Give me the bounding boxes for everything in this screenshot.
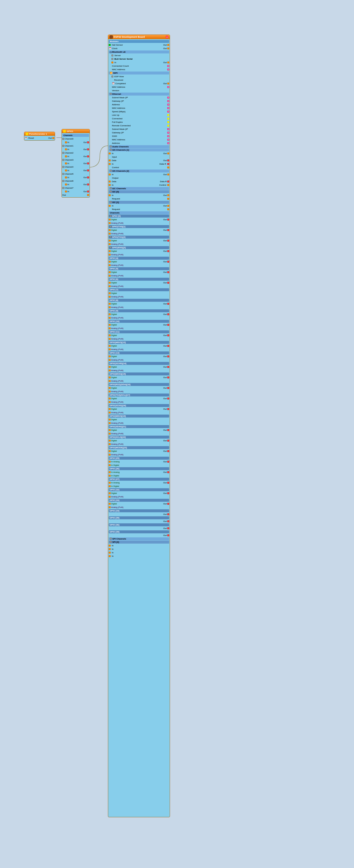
gpio8-digital-in[interactable] [109,303,110,305]
gpio7-digital-in[interactable] [109,292,110,294]
gpio17-out-port[interactable] [167,398,169,399]
spi0-in2[interactable] [109,548,110,550]
ble-out-port[interactable] [167,62,169,63]
eth-connected-port[interactable] [167,118,169,120]
hall-out-port[interactable] [167,44,169,46]
i2s1-out-port[interactable] [167,153,169,154]
eth-linkup-port[interactable] [167,114,169,116]
gpio14-analog-in[interactable] [109,370,110,371]
gpio12-digital-in[interactable] [109,345,110,347]
gpio1-ch6-in[interactable] [65,184,67,185]
gpio0-digital-in[interactable] [109,219,110,220]
gpio1-ch1-out-port[interactable] [87,149,89,150]
gpio1-out-port[interactable] [167,229,169,231]
gpio32-analog-in[interactable] [109,496,110,498]
gpio6-out-port[interactable] [167,282,169,284]
eth-speed-port[interactable] [167,111,169,113]
i2s2-in2-port[interactable] [109,184,110,186]
eth-address-port[interactable] [167,104,169,105]
gpio39-out-port[interactable] [167,534,169,536]
gpio17-digital-in[interactable] [109,398,110,399]
clock-out-port[interactable] [167,48,169,50]
gpio13-out-port[interactable] [167,355,169,358]
gpio21-digital-in[interactable] [109,429,110,431]
pulse-out-port[interactable] [52,137,54,139]
i2s1-datarx-port[interactable] [167,163,169,165]
i2s1-ctrl-port[interactable] [167,166,169,168]
gpio11-analog-in[interactable] [109,338,110,340]
spi0-in1[interactable] [109,545,110,547]
gpio15-out-port[interactable] [167,376,169,378]
i2s1-out-btn[interactable] [109,163,110,165]
gpio1-ch3-out-port[interactable] [87,162,89,164]
gpio9-analog-in[interactable] [109,317,110,319]
gpio13-analog-in[interactable] [109,359,110,361]
gpio22-digital-in[interactable] [109,440,110,441]
gpio1-ch7-out-port[interactable] [87,191,89,192]
gpio25-in-port[interactable] [109,461,110,463]
gpio23-digital-in[interactable] [109,450,110,452]
gpio2-digital-in[interactable] [109,240,110,242]
gpio8-analog-in[interactable] [109,306,110,308]
gpio1-ch6-out-port[interactable] [87,184,89,185]
gpio33-digital-in[interactable] [109,503,110,505]
i2c0-in-port[interactable] [109,194,110,196]
gpio22-analog-in[interactable] [109,443,110,445]
gpio5-analog-in[interactable] [109,275,110,277]
connected-count-port[interactable] [167,65,169,67]
gpio22-out-port[interactable] [167,440,169,441]
eth-mac3-port[interactable] [167,139,169,141]
gpio1-ch0-in[interactable] [65,142,67,143]
gpio23-analog-in[interactable] [109,454,110,456]
gpio10-digital-in[interactable] [109,324,110,326]
gpio1-ch2-out-port[interactable] [87,155,89,157]
gpio1-digital-in[interactable] [109,229,110,231]
gpio35-out-port[interactable] [167,520,169,522]
i2c1-request-port[interactable] [167,208,169,210]
gpio33-analog-in[interactable] [109,506,110,508]
gpio27-dig-port[interactable] [109,485,110,487]
i2s1-data-in[interactable] [109,159,110,161]
gpio4-analog-in[interactable] [109,264,110,266]
gpio16-out-port[interactable] [167,387,169,389]
i2s1-data-out-port[interactable] [167,159,169,161]
eth-ssid-port[interactable] [167,135,169,137]
gpio16-analog-in[interactable] [109,391,110,393]
i2c0-request-port[interactable] [167,198,169,200]
gpio7-analog-in[interactable] [109,296,110,298]
i2s2-out-port[interactable] [167,174,169,176]
gpio15-analog-in[interactable] [109,380,110,382]
gpio32-digital-in[interactable] [109,492,110,494]
gpio16-digital-in[interactable] [109,387,110,389]
gpio1-due-port[interactable] [87,194,89,196]
gpio1-analog-in[interactable] [109,232,110,235]
gpio1-ch5-in[interactable] [65,177,67,178]
gpio3-analog-in[interactable] [109,254,110,256]
i2s2-in-port[interactable] [109,174,110,176]
gpio4-digital-in[interactable] [109,261,110,262]
gpio11-digital-in[interactable] [109,334,110,336]
gpio5-out-port[interactable] [167,271,169,273]
mac-address-port[interactable] [167,68,169,70]
gpio1-ch7-in[interactable] [65,191,67,192]
i2s2-data-in[interactable] [109,181,110,182]
eth-remote-port[interactable] [167,125,169,127]
gpio3-digital-in[interactable] [109,250,110,252]
eth-mac-port[interactable] [167,107,169,109]
gpio6-digital-in[interactable] [109,282,110,284]
eth-gateway-port[interactable] [167,100,169,102]
eth-duplex-port[interactable] [167,121,169,123]
gpio4-out-port[interactable] [167,261,169,262]
gpio34-out-port[interactable] [167,513,169,515]
gpio21-out-port[interactable] [167,429,169,431]
gpio19-digital-in[interactable] [109,418,110,421]
gpio26-in-port[interactable] [109,471,110,473]
gpio9-out-port[interactable] [167,313,169,315]
i2c1-in-port[interactable] [109,205,110,207]
gpio19-analog-in[interactable] [109,422,110,424]
eth-gateway2-port[interactable] [167,132,169,133]
gpio11-out-port[interactable] [167,334,169,336]
gpio1-ch1-in[interactable] [65,149,67,150]
gpio1-ch2-in[interactable] [65,155,67,157]
gpio0-analog-in[interactable] [109,222,110,224]
